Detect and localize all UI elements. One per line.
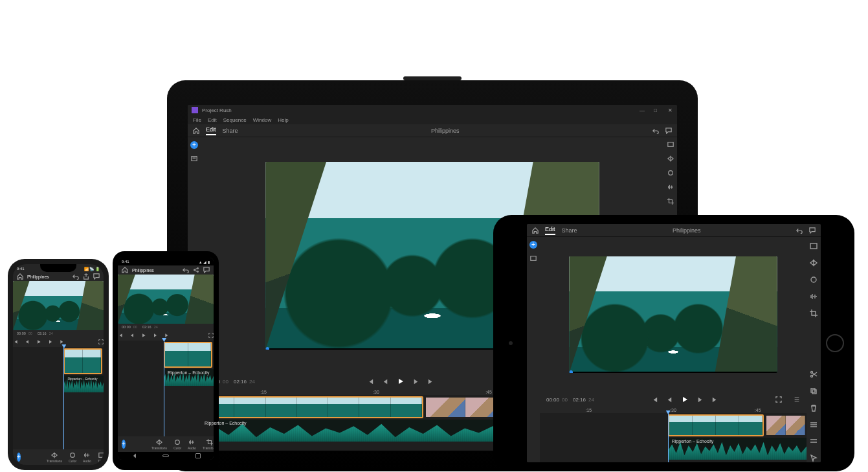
goto-end-button[interactable]: [164, 333, 170, 339]
undo-icon[interactable]: [796, 227, 803, 234]
add-media-button[interactable]: +: [17, 453, 21, 462]
step-back-button[interactable]: [666, 396, 673, 403]
goto-end-button[interactable]: [711, 396, 718, 403]
tool-transitions[interactable]: Transitions: [47, 452, 62, 463]
timeline[interactable]: Ripperton – Echocity: [540, 413, 807, 462]
window-max-button[interactable]: □: [654, 107, 659, 113]
home-icon[interactable]: [122, 267, 128, 273]
video-clip-1[interactable]: [63, 348, 102, 374]
tab-share[interactable]: Share: [223, 128, 238, 134]
audio-icon[interactable]: [667, 184, 674, 190]
titles-icon[interactable]: [667, 141, 674, 148]
goto-end-button[interactable]: [427, 378, 434, 385]
window-titlebar[interactable]: Project Rush — □ ✕: [188, 105, 677, 115]
step-back-button[interactable]: [382, 378, 389, 385]
goto-start-button[interactable]: [13, 339, 18, 345]
crop-icon[interactable]: [810, 309, 818, 317]
goto-start-button[interactable]: [118, 333, 123, 339]
tool-color[interactable]: Color: [173, 439, 181, 450]
titles-panel-icon[interactable]: [530, 255, 537, 262]
timeline[interactable]: Ripperton – Echocity: [118, 341, 214, 436]
tab-edit[interactable]: Edit: [545, 226, 555, 235]
menu-sequence[interactable]: Sequence: [223, 117, 247, 123]
tool-transitions[interactable]: Transitions: [151, 439, 167, 450]
monitor-scrubber[interactable]: [569, 372, 777, 373]
window-min-button[interactable]: —: [640, 107, 645, 113]
add-media-button[interactable]: +: [122, 440, 126, 449]
tool-audio[interactable]: Audio: [188, 439, 196, 450]
timeline[interactable]: Ripperton – Echocity: [13, 347, 104, 449]
undo-icon[interactable]: [652, 128, 659, 134]
video-track[interactable]: [118, 341, 214, 369]
video-clip-1[interactable]: [202, 396, 423, 418]
window-close-button[interactable]: ✕: [668, 107, 673, 113]
comment-icon[interactable]: [93, 273, 100, 280]
fullscreen-icon[interactable]: [208, 333, 214, 339]
titles-panel-icon[interactable]: [191, 155, 197, 162]
duplicate-icon[interactable]: [810, 387, 818, 395]
home-icon[interactable]: [17, 273, 23, 280]
menu-help[interactable]: Help: [278, 117, 288, 123]
share-icon[interactable]: [193, 267, 199, 273]
pointer-icon[interactable]: [810, 455, 818, 462]
step-fwd-button[interactable]: [153, 333, 158, 339]
play-button[interactable]: [397, 377, 405, 385]
audio-track[interactable]: Ripperton – Echocity: [63, 376, 104, 392]
tool-transform[interactable]: Transform: [203, 439, 214, 450]
share-icon[interactable]: [83, 273, 89, 280]
transitions-icon[interactable]: [810, 259, 818, 267]
tool-titles[interactable]: Titles: [98, 452, 104, 463]
fullscreen-icon[interactable]: [775, 396, 782, 403]
tool-audio[interactable]: Audio: [83, 452, 91, 463]
android-nav-bar[interactable]: [118, 452, 214, 460]
playhead[interactable]: [63, 347, 64, 449]
step-back-button[interactable]: [129, 333, 135, 339]
step-fwd-button[interactable]: [696, 396, 704, 403]
video-clip-1[interactable]: [164, 342, 212, 368]
timeline-ruler[interactable]: :15 :30 :45: [540, 407, 807, 413]
timeline-options-icon[interactable]: [794, 396, 800, 403]
video-clip-1[interactable]: [668, 414, 764, 436]
program-monitor[interactable]: [13, 281, 104, 330]
app-menubar[interactable]: File Edit Sequence Window Help: [188, 115, 677, 124]
transitions-icon[interactable]: [667, 155, 674, 162]
undo-icon[interactable]: [72, 273, 79, 280]
audio-track[interactable]: Ripperton – Echocity: [164, 369, 214, 386]
fullscreen-icon[interactable]: [98, 339, 104, 345]
play-button[interactable]: [36, 339, 41, 345]
step-back-button[interactable]: [25, 339, 30, 345]
step-fwd-button[interactable]: [48, 339, 53, 345]
audio-track[interactable]: Ripperton – Echocity: [668, 438, 807, 460]
tablet-home-button[interactable]: [826, 334, 844, 352]
play-button[interactable]: [141, 333, 146, 339]
program-monitor[interactable]: [118, 275, 214, 324]
home-icon[interactable]: [193, 128, 199, 134]
tool-color[interactable]: Color: [69, 452, 76, 463]
color-icon[interactable]: [667, 170, 674, 176]
trash-icon[interactable]: [810, 404, 818, 412]
video-track[interactable]: [13, 347, 104, 376]
undo-icon[interactable]: [183, 267, 189, 273]
comment-icon[interactable]: [203, 267, 210, 273]
add-media-button[interactable]: +: [529, 241, 537, 249]
menu-file[interactable]: File: [193, 117, 201, 123]
comment-icon[interactable]: [665, 128, 672, 134]
color-icon[interactable]: [810, 276, 818, 284]
video-track[interactable]: [540, 413, 807, 438]
audio-icon[interactable]: [810, 293, 818, 300]
menu-window[interactable]: Window: [253, 117, 271, 123]
goto-end-button[interactable]: [60, 339, 65, 345]
expand-tracks-icon[interactable]: [810, 421, 818, 429]
goto-start-button[interactable]: [651, 396, 658, 403]
tracks-icon[interactable]: [810, 438, 818, 445]
step-fwd-button[interactable]: [412, 378, 419, 385]
scissors-icon[interactable]: [810, 370, 818, 378]
titles-icon[interactable]: [810, 242, 818, 250]
menu-edit[interactable]: Edit: [208, 117, 217, 123]
playhead[interactable]: [164, 341, 164, 436]
play-button[interactable]: [681, 396, 689, 403]
playhead[interactable]: [668, 413, 669, 462]
tab-share[interactable]: Share: [562, 227, 577, 234]
home-icon[interactable]: [532, 227, 539, 234]
add-media-button[interactable]: +: [190, 141, 198, 149]
